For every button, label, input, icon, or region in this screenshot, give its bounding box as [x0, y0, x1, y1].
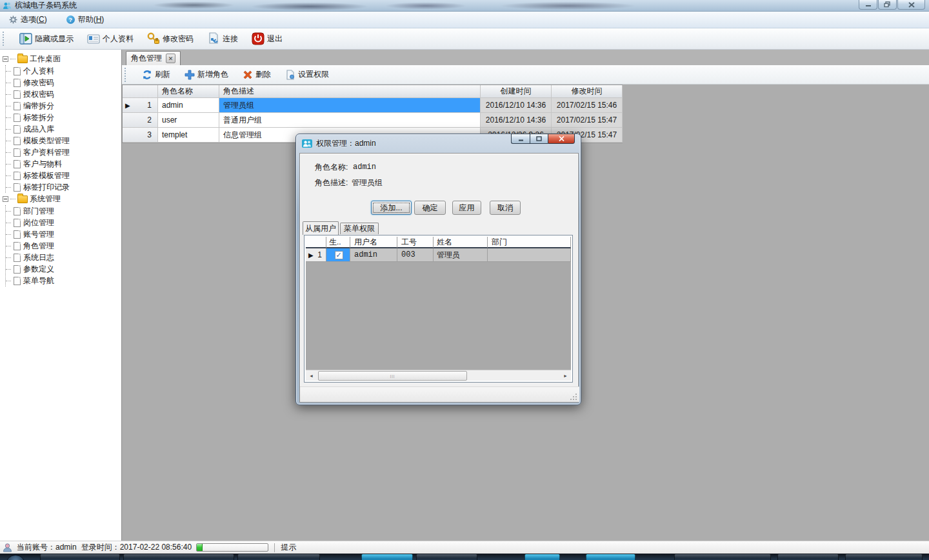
add-button[interactable]: 添加...	[371, 201, 412, 215]
header-employee-id[interactable]: 工号	[397, 237, 434, 248]
table-row[interactable]: ▶1 admin 管理员组 2016/12/10 14:36 2017/02/1…	[123, 98, 622, 113]
header-name[interactable]: 姓名	[434, 237, 488, 248]
resize-grip-icon[interactable]	[570, 393, 577, 400]
cell-active[interactable]: ✓	[326, 248, 350, 262]
tree-item-role[interactable]: 角色管理	[6, 240, 121, 252]
tree-item-customer-material[interactable]: 客户与物料	[6, 158, 121, 170]
cell-employee-id[interactable]: 003	[397, 248, 434, 262]
taskbar-button[interactable]	[524, 554, 560, 560]
cell-created[interactable]: 2016/12/10 14:36	[481, 113, 552, 128]
change-password-button[interactable]: 修改密码	[145, 31, 195, 46]
scroll-right-icon[interactable]: ►	[560, 370, 571, 381]
scroll-left-icon[interactable]: ◄	[306, 370, 317, 381]
tree-item-customer-data[interactable]: 客户资料管理	[6, 146, 121, 158]
dialog-maximize-button[interactable]	[530, 134, 548, 144]
taskbar-button[interactable]	[845, 554, 923, 560]
cell-role-name[interactable]: user	[158, 113, 219, 128]
cell-created[interactable]: 2016/12/10 14:36	[481, 98, 552, 113]
window-close-button[interactable]	[897, 0, 925, 10]
apply-button[interactable]: 应用	[452, 201, 481, 215]
tree-item-product-inbound[interactable]: 成品入库	[6, 123, 121, 135]
cell-modified[interactable]: 2017/02/15 15:47	[552, 113, 623, 128]
cell-modified[interactable]: 2017/02/15 15:46	[552, 98, 623, 113]
header-created[interactable]: 创建时间	[481, 85, 552, 98]
tree-item-department[interactable]: 部门管理	[6, 205, 121, 217]
window-minimize-button[interactable]	[859, 0, 877, 10]
menu-item-help[interactable]: ? 帮助(H)	[64, 13, 107, 26]
hide-show-button[interactable]: 隐藏或显示	[17, 31, 75, 46]
header-department[interactable]: 部门	[488, 237, 571, 248]
delete-button[interactable]: 删除	[241, 68, 273, 81]
start-button-icon[interactable]	[5, 555, 26, 560]
change-password-label: 修改密码	[163, 34, 194, 45]
header-role-desc[interactable]: 角色描述	[219, 85, 481, 98]
table-row[interactable]: ▶1 ✓ admin 003 管理员	[306, 248, 571, 262]
cell-role-desc[interactable]: 普通用户组	[219, 113, 481, 128]
cell-username[interactable]: admin	[350, 248, 397, 262]
taskbar-button[interactable]	[674, 554, 771, 560]
dialog-minimize-button[interactable]	[511, 134, 530, 144]
add-role-button[interactable]: 新增角色	[183, 68, 230, 81]
header-role-name[interactable]: 角色名称	[158, 85, 219, 98]
exit-button[interactable]: 退出	[250, 31, 285, 46]
dialog-titlebar[interactable]: 权限管理：admin	[296, 134, 581, 152]
refresh-button[interactable]: 刷新	[140, 68, 172, 81]
ok-button[interactable]: 确定	[414, 201, 446, 215]
cell-department[interactable]	[488, 248, 571, 262]
status-bar: 当前账号：admin 登录时间：2017-02-22 08:56:40 提示	[0, 541, 929, 554]
tree-item-auth-password[interactable]: 授权密码	[6, 88, 121, 100]
taskbar-button[interactable]	[416, 554, 477, 560]
role-desc-value: 管理员组	[352, 177, 383, 188]
window-restore-button[interactable]	[878, 0, 897, 10]
header-active[interactable]: 生..	[326, 237, 350, 248]
taskbar-button[interactable]	[361, 554, 413, 560]
cell-role-name[interactable]: templet	[158, 128, 219, 143]
taskbar-button[interactable]	[586, 554, 635, 560]
tree-item-print-record[interactable]: 标签打印记录	[6, 181, 121, 193]
collapse-icon[interactable]	[3, 196, 8, 202]
cell-role-desc-selected[interactable]: 管理员组	[219, 98, 481, 113]
header-selector[interactable]	[306, 237, 326, 248]
tree-item-menu-nav[interactable]: 菜单导航	[6, 275, 121, 286]
set-permission-button[interactable]: 设置权限	[283, 68, 331, 81]
taskbar-button[interactable]	[777, 554, 839, 560]
taskbar-button[interactable]	[237, 554, 320, 560]
tab-role-management[interactable]: 角色管理 ✕	[126, 51, 181, 65]
tree-item-label-split[interactable]: 标签拆分	[6, 112, 121, 123]
tree-item-label-template[interactable]: 标签模板管理	[6, 170, 121, 181]
tree-item-parameter[interactable]: 参数定义	[6, 263, 121, 275]
tree-item-position[interactable]: 岗位管理	[6, 217, 121, 228]
menu-item-options[interactable]: 选项(C)	[6, 13, 50, 26]
tree-item-tape-split[interactable]: 编带拆分	[6, 100, 121, 112]
cell-name[interactable]: 管理员	[434, 248, 488, 262]
tab-member-users[interactable]: 从属用户	[303, 221, 339, 235]
header-username[interactable]: 用户名	[350, 237, 397, 248]
exit-label: 退出	[267, 34, 283, 45]
tab-menu-permissions[interactable]: 菜单权限	[340, 223, 379, 234]
tree-group-workdesk[interactable]: 工作桌面	[0, 53, 121, 65]
toolbar-gripper[interactable]	[3, 32, 5, 46]
horizontal-scrollbar[interactable]: ◄ ||| ►	[306, 370, 571, 381]
cancel-button[interactable]: 取消	[490, 201, 521, 215]
header-modified[interactable]: 修改时间	[552, 85, 623, 98]
connect-button[interactable]: 连接	[205, 31, 240, 46]
window-titlebar[interactable]: 槟城电子条码系统	[0, 0, 929, 12]
cell-role-name[interactable]: admin	[158, 98, 219, 113]
header-selector[interactable]	[123, 85, 158, 98]
table-row[interactable]: 2 user 普通用户组 2016/12/10 14:36 2017/02/15…	[123, 113, 622, 128]
tree-item-system-log[interactable]: 系统日志	[6, 252, 121, 263]
toolbar-gripper[interactable]	[125, 68, 127, 82]
tree-item-profile[interactable]: 个人资料	[6, 65, 121, 77]
taskbar-button[interactable]	[123, 554, 234, 560]
checkbox-checked-icon[interactable]: ✓	[335, 251, 343, 259]
tree-item-change-password[interactable]: 修改密码	[6, 77, 121, 88]
tree-item-template-type[interactable]: 模板类型管理	[6, 135, 121, 146]
scrollbar-thumb[interactable]: |||	[318, 371, 467, 381]
tree-item-account[interactable]: 账号管理	[6, 228, 121, 240]
dialog-close-button[interactable]	[548, 134, 575, 144]
tree-group-system[interactable]: 系统管理	[0, 193, 121, 205]
collapse-icon[interactable]	[3, 56, 8, 62]
profile-button[interactable]: 个人资料	[85, 31, 135, 46]
tab-close-icon[interactable]: ✕	[166, 54, 175, 63]
taskbar-button[interactable]	[40, 554, 120, 560]
